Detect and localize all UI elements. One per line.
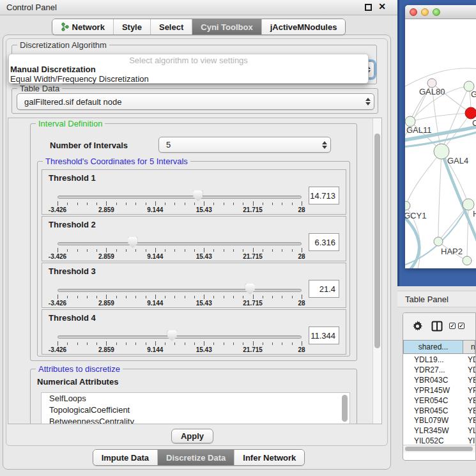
network-canvas[interactable]: GAL80GACGAL11GAL4GCY1HHAP2 [405, 19, 476, 268]
interval-definition-group: Interval Definition Number of Intervals … [30, 123, 357, 361]
threshold-value-field[interactable]: 21.4 [309, 280, 339, 298]
tab-select[interactable]: Select [151, 19, 192, 35]
tick-mark [282, 203, 282, 205]
attribute-list-item[interactable]: BetweennessCentrality [42, 416, 349, 424]
close-traffic-light-icon[interactable] [410, 8, 417, 16]
cell-shared-name[interactable]: YER054C [414, 396, 448, 405]
cell-name[interactable]: YBL0 [468, 416, 476, 425]
tick-mark [135, 203, 136, 205]
threshold-value-field[interactable]: 6.316 [309, 233, 339, 251]
apply-button[interactable]: Apply [171, 429, 213, 443]
table-row[interactable]: YBL079WYBL0 [403, 416, 475, 426]
network-window-titlebar[interactable] [405, 5, 476, 19]
tick-mark [116, 342, 117, 345]
tab-infer-network[interactable]: Infer Network [234, 450, 304, 465]
table-row[interactable]: YLR345WYLR3 [403, 426, 475, 436]
network-edge[interactable] [405, 216, 419, 268]
network-view-window: GAL80GACGAL11GAL4GCY1HHAP2 [405, 5, 476, 268]
threshold-value-field[interactable]: 11.344 [309, 326, 339, 344]
slider-track[interactable] [58, 289, 302, 292]
slider-thumb[interactable] [193, 190, 203, 201]
slider-thumb[interactable] [128, 237, 137, 248]
tick-mark [263, 203, 263, 205]
popup-option[interactable]: Manual Discretization [9, 65, 368, 74]
tab-style[interactable]: Style [114, 19, 151, 35]
table-row[interactable]: YER054CYER0 [403, 396, 475, 406]
network-node[interactable] [463, 256, 472, 265]
table-hscroll-thumb[interactable] [405, 447, 473, 451]
tick-mark [224, 203, 224, 205]
cell-name[interactable]: YDL1 [468, 355, 476, 364]
cell-shared-name[interactable]: YDL19... [414, 355, 444, 364]
popup-option[interactable]: Equal Width/Frequency Discretization [9, 74, 368, 84]
tab-impute-data[interactable]: Impute Data [93, 450, 158, 465]
table-horizontal-scrollbar[interactable] [403, 445, 475, 452]
attributes-scrollbar[interactable] [342, 395, 348, 422]
settings-scrollbar-thumb[interactable] [374, 134, 380, 348]
cell-shared-name[interactable]: YBR045C [414, 406, 448, 415]
num-intervals-combobox[interactable]: 5 [158, 137, 331, 153]
threshold-value-field[interactable]: 14.713 [309, 187, 339, 204]
slider-track[interactable] [58, 196, 302, 199]
tab-jactivemnodules[interactable]: jActiveMNodules [262, 19, 346, 35]
tick-mark [243, 249, 243, 252]
cell-shared-name[interactable]: YPR145W [414, 386, 450, 395]
table-row[interactable]: YDL19...YDL1 [403, 355, 475, 365]
cell-shared-name[interactable]: YBL079W [414, 416, 449, 425]
minimize-traffic-light-icon[interactable] [421, 8, 429, 16]
gear-icon[interactable] [412, 321, 423, 332]
num-intervals-label: Number of Intervals [50, 141, 128, 150]
table-row[interactable]: YDR27...YDR2 [403, 365, 475, 376]
attribute-list-item[interactable]: SelfLoops [42, 393, 349, 404]
cell-name[interactable]: YBR0 [468, 376, 476, 385]
threshold-label: Threshold 2 [49, 220, 96, 229]
table-data-title: Table Data [17, 84, 62, 93]
column-header-shared-name[interactable]: shared... [403, 340, 463, 354]
close-icon[interactable]: ✕ [378, 1, 386, 12]
cell-name[interactable]: YDR2 [468, 365, 476, 374]
tick-mark [243, 203, 243, 205]
column-header-name[interactable]: na [463, 340, 475, 354]
network-node[interactable] [405, 201, 410, 210]
cell-shared-name[interactable]: YLR345W [414, 426, 449, 435]
split-columns-icon[interactable] [431, 321, 443, 332]
cell-name[interactable]: YPR1 [468, 386, 476, 395]
slider-thumb[interactable] [245, 284, 255, 295]
table-row[interactable]: YBR045CYBR0 [403, 406, 475, 417]
table-row[interactable]: YBR043CYBR0 [403, 376, 475, 386]
slider-track[interactable] [58, 335, 302, 339]
checkbox-all-icon[interactable]: ✓ [449, 323, 456, 329]
threshold-slider[interactable]: -3.4262.8599.14415.4321.71528 [58, 189, 302, 215]
cell-shared-name[interactable]: YDR27... [414, 365, 445, 374]
threshold-slider[interactable]: -3.4262.8599.14415.4321.71528 [58, 282, 302, 308]
node-label: H [473, 209, 476, 219]
cell-name[interactable]: YER0 [468, 396, 476, 405]
node-label: GAL80 [419, 87, 445, 96]
table-row[interactable]: YPR145WYPR1 [403, 386, 475, 396]
network-node[interactable] [434, 237, 443, 246]
cell-name[interactable]: YBR0 [468, 406, 476, 415]
table-data-combobox[interactable]: galFiltered.sif default node [17, 93, 374, 110]
attribute-list-item[interactable]: TopologicalCoefficient [42, 404, 349, 416]
network-edge[interactable] [410, 113, 471, 121]
slider-thumb[interactable] [167, 330, 177, 341]
checkbox-some-icon[interactable]: ✓ [458, 323, 464, 329]
settings-scrollbar-track[interactable] [372, 118, 381, 424]
tab-network[interactable]: Network [52, 19, 114, 35]
tab-cyni-toolbox[interactable]: Cyni Toolbox [192, 19, 261, 35]
slider-track[interactable] [58, 242, 302, 245]
numerical-attributes-list[interactable]: SelfLoopsTopologicalCoefficientBetweenne… [41, 392, 350, 424]
network-node[interactable] [427, 79, 436, 88]
tab-discretize-data[interactable]: Discretize Data [158, 450, 234, 465]
float-panel-icon[interactable] [365, 4, 372, 11]
threshold-slider[interactable]: -3.4262.8599.14415.4321.71528 [58, 236, 302, 261]
threshold-slider[interactable]: -3.4262.8599.14415.4321.71528 [58, 329, 302, 355]
cell-shared-name[interactable]: YBR043C [414, 376, 448, 385]
cell-name[interactable]: YLR3 [468, 426, 476, 435]
tick-mark [106, 248, 107, 252]
network-node[interactable] [465, 107, 476, 119]
network-edge[interactable] [438, 151, 441, 242]
zoom-traffic-light-icon[interactable] [433, 8, 440, 16]
network-edge[interactable] [441, 86, 469, 151]
network-edge[interactable] [406, 151, 441, 206]
